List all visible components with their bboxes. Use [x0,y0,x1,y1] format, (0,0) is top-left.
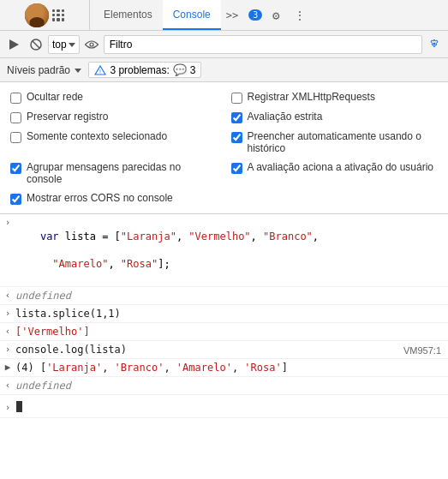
problems-badge[interactable]: ! 3 problemas: 💬 3 [88,62,201,78]
nivels-label[interactable]: Níveis padrão [7,64,81,76]
checkbox-row-preservar[interactable]: Preservar registro [10,109,218,125]
line-arrow-3: › [0,306,15,319]
line-arrow-2: ‹ [0,288,15,301]
console-line-5[interactable]: › console.log(lista) VM957:1 [0,341,448,359]
tabs: Elementos Console >> 3 ⚙ ⋮ [93,0,448,30]
filter-input-wrap[interactable] [104,35,422,54]
console-line-6[interactable]: ▶ (4) ['Laranja', 'Branco', 'Amarelo', '… [0,359,448,377]
filter-input[interactable] [110,39,416,51]
checkbox-mostrar[interactable] [10,194,21,205]
tab-more[interactable]: >> [221,0,243,30]
console-line-3[interactable]: › lista.splice(1,1) [0,305,448,323]
notification-badge: 3 [248,9,262,21]
cursor [16,401,22,412]
checkbox-label-ocultar: Ocultar rede [27,91,83,103]
checkbox-label-avaliacao: Avaliação estrita [248,111,323,123]
checkbox-registrar[interactable] [231,93,242,104]
console-line-1[interactable]: › var lista = ["Laranja", "Vermelho", "B… [0,214,448,287]
tab-elementos[interactable]: Elementos [93,0,163,30]
svg-marker-3 [69,43,75,47]
eye-icon[interactable] [81,34,102,55]
more-button[interactable]: ⋮ [290,5,310,26]
line-arrow-5: › [0,342,15,355]
gear-button[interactable]: ⚙ [266,5,286,26]
line-arrow-4: ‹ [0,324,15,337]
checkbox-row-agrupar[interactable]: Agrupar mensagens parecidas no console [10,159,218,187]
run-icon[interactable] [3,34,24,55]
checkbox-preencher[interactable] [231,132,242,143]
toolbar-right: 3 ⚙ ⋮ [247,0,310,30]
checkbox-label-mostrar: Mostrar erros CORS no console [27,192,173,204]
checkbox-row-ativacao[interactable]: A avaliação aciona a ativação do usuário [231,159,439,187]
line-content-2: undefined [15,288,448,303]
line-arrow-7: ‹ [0,378,15,391]
tab-console[interactable]: Console [163,0,221,30]
line-meta-5: VM957:1 [403,345,448,357]
nivels-toolbar: Níveis padrão ! 3 problemas: 💬 3 [0,58,448,82]
line-content-5: console.log(lista) [15,342,403,357]
line-arrow-6[interactable]: ▶ [0,360,15,373]
checkbox-ativacao[interactable] [231,163,242,174]
checkbox-row-preencher[interactable]: Preencher automaticamente usando o histó… [231,129,439,156]
settings-icon[interactable] [424,34,445,55]
clear-icon[interactable] [26,34,46,55]
checkbox-label-ativacao: A avaliação aciona a ativação do usuário [248,161,433,173]
console-area[interactable]: › var lista = ["Laranja", "Vermelho", "B… [0,214,448,479]
checkbox-label-preencher: Preencher automaticamente usando o histó… [248,130,439,154]
console-line-4: ‹ ['Vermelho'] [0,323,448,341]
message-icon: 💬 [173,63,187,76]
main-area: › var lista = ["Laranja", "Vermelho", "B… [0,214,448,479]
svg-marker-0 [9,39,19,50]
checkbox-avaliacao[interactable] [231,112,242,123]
line-arrow-1: › [0,215,15,228]
avatar [25,3,49,27]
checkbox-label-agrupar: Agrupar mensagens parecidas no console [27,161,218,185]
line-content-1: var lista = ["Laranja", "Vermelho", "Bra… [15,215,448,285]
console-line-7: ‹ undefined [0,377,448,395]
context-select[interactable]: top [48,35,80,54]
checkbox-preservar[interactable] [10,112,21,123]
checkbox-row-registrar[interactable]: Registrar XMLHttpRequests [231,89,439,105]
checkbox-agrupar[interactable] [10,163,21,174]
line-content-7: undefined [15,378,448,393]
console-input[interactable] [15,398,448,414]
checkbox-row-ocultar[interactable]: Ocultar rede [10,89,218,105]
svg-marker-6 [75,69,81,73]
svg-text:!: ! [99,69,101,75]
line-content-6: (4) ['Laranja', 'Branco', 'Amarelo', 'Ro… [15,360,448,375]
line-content-3: lista.splice(1,1) [15,306,448,321]
checkbox-label-preservar: Preservar registro [27,111,108,123]
header-toolbar: Elementos Console >> 3 ⚙ ⋮ [0,0,448,31]
checkbox-somente[interactable] [10,132,21,143]
checkbox-label-somente: Somente contexto selecionado [27,130,167,142]
header-left [0,0,90,30]
checkbox-row-avaliacao[interactable]: Avaliação estrita [231,109,439,125]
dropdown-panel: Ocultar redeRegistrar XMLHttpRequestsPre… [0,82,448,214]
line-content-4: ['Vermelho'] [15,324,448,339]
svg-point-4 [90,43,93,46]
checkbox-row-somente[interactable]: Somente contexto selecionado [10,129,218,156]
svg-line-2 [33,41,39,48]
console-input-line[interactable]: › [0,395,448,418]
checkbox-ocultar[interactable] [10,93,21,104]
second-toolbar: top [0,31,448,58]
checkbox-label-registrar: Registrar XMLHttpRequests [248,91,375,103]
grid-icon[interactable] [52,9,64,21]
input-arrow: › [0,400,15,413]
console-line-2: ‹ undefined [0,287,448,305]
svg-point-5 [433,42,436,45]
checkbox-row-mostrar[interactable]: Mostrar erros CORS no console [10,190,218,207]
